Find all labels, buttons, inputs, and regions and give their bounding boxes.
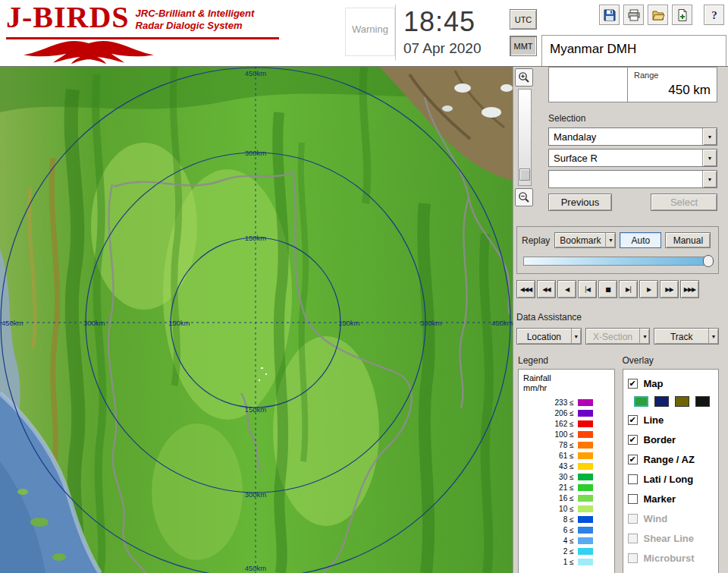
utc-button[interactable]: UTC [510, 9, 537, 30]
legend-overlay-section: Legend Rainfall mm/hr 233 ≤206 ≤162 ≤100… [518, 355, 719, 573]
overlay-item-line[interactable]: ✔Line [628, 410, 714, 430]
overlay-item-lati-long[interactable]: Lati / Long [628, 469, 714, 489]
logo-tagline: JRC-Brilliant & IntelligentRadar Dialogi… [136, 8, 255, 32]
legend-row: 4 ≤ [523, 535, 610, 546]
ring-label: 150km [338, 319, 360, 327]
track-button[interactable]: Track▼ [654, 328, 719, 345]
previous-button[interactable]: Previous [548, 194, 612, 211]
legend-row: 8 ≤ [523, 514, 610, 524]
microburst-checkbox[interactable] [628, 553, 638, 563]
option-dropdown[interactable]: ▼ [548, 170, 717, 188]
overlay-item-marker[interactable]: Marker [628, 489, 714, 508]
replay-timeline-slider[interactable] [523, 257, 712, 266]
auto-button[interactable]: Auto [620, 232, 661, 248]
legend-row: 16 ≤ [523, 493, 610, 503]
bookmark-button-label: Bookmark [555, 233, 605, 247]
overlay-item-microburst[interactable]: Microburst [628, 548, 714, 568]
site-dropdown[interactable]: Mandalay ▼ [548, 128, 717, 146]
range-box-left [549, 68, 628, 102]
border-checkbox[interactable]: ✔ [628, 435, 638, 445]
legend-color-swatch [578, 399, 593, 406]
clock: 18:45 07 Apr 2020 [395, 5, 505, 61]
map-color-swatch-2[interactable] [675, 396, 689, 407]
playback-controls: ◀◀◀◀◀◀|◀■▶|▶▶▶▶▶▶ [516, 280, 719, 298]
map-color-swatch-1[interactable] [654, 396, 669, 407]
mmt-button[interactable]: MMT [510, 36, 537, 56]
playback-rewind-button[interactable]: ◀◀ [537, 280, 556, 298]
legend-color-swatch [578, 495, 593, 502]
overlay-item-wind[interactable]: Wind [628, 508, 714, 528]
zoom-out-button[interactable] [515, 188, 533, 206]
range-box-right: Range 450 km [628, 68, 717, 102]
export-button[interactable] [672, 5, 692, 25]
magnifier-minus-icon [518, 191, 530, 203]
chevron-down-icon[interactable]: ▼ [702, 150, 717, 166]
legend-row: 162 ≤ [523, 418, 610, 429]
playback-step-back-button[interactable]: |◀ [578, 280, 597, 298]
help-button[interactable]: ? [704, 5, 724, 25]
replay-slider-thumb[interactable] [703, 255, 714, 267]
x-section-button: X-Section▼ [585, 328, 651, 345]
map-color-swatch-3[interactable] [695, 396, 710, 407]
overlay-item-label: Microburst [644, 553, 695, 564]
legend-row: 43 ≤ [523, 461, 610, 471]
playback-fast-forward-button[interactable]: ▶▶ [660, 280, 679, 298]
legend-box: Rainfall mm/hr 233 ≤206 ≤162 ≤100 ≤78 ≤6… [518, 369, 615, 573]
product-dropdown[interactable]: Surface R ▼ [548, 149, 717, 167]
radar-map[interactable]: 450km 300km 150km 150km 300km 450km 450k… [0, 67, 513, 573]
manual-button[interactable]: Manual [665, 232, 711, 248]
select-button[interactable]: Select [651, 194, 717, 211]
chevron-down-icon[interactable]: ▼ [702, 128, 717, 145]
range-value: 450 km [634, 83, 711, 98]
selection-section: Selection Mandalay ▼ Surface R ▼ ▼ Previ… [548, 113, 717, 211]
wind-checkbox[interactable] [628, 514, 638, 524]
playback-step-forward-button[interactable]: ▶| [619, 280, 638, 298]
chevron-down-icon: ▼ [639, 329, 649, 344]
playback-fast-forward-full-button[interactable]: ▶▶▶ [680, 280, 699, 298]
legend-row: 100 ≤ [523, 429, 610, 439]
legend-color-swatch [578, 537, 593, 544]
line-checkbox[interactable]: ✔ [628, 415, 638, 425]
location-button[interactable]: Location▼ [516, 328, 582, 345]
radar-map-area[interactable]: 450km 300km 150km 150km 300km 450km 450k… [0, 67, 513, 573]
legend-color-swatch [578, 484, 593, 491]
playback-rewind-full-button[interactable]: ◀◀◀ [516, 280, 535, 298]
save-button[interactable] [599, 5, 620, 25]
map-checkbox[interactable]: ✔ [628, 379, 638, 389]
chevron-down-icon[interactable]: ▼ [702, 171, 717, 187]
legend-color-swatch [578, 420, 593, 427]
overlay-item-border[interactable]: ✔Border [628, 430, 714, 449]
lati-long-checkbox[interactable] [628, 474, 638, 484]
open-icon [651, 8, 665, 22]
legend-value: 43 ≤ [559, 462, 573, 471]
shear-line-checkbox[interactable] [628, 534, 638, 543]
open-button[interactable] [648, 5, 668, 25]
range-az-checkbox[interactable]: ✔ [628, 455, 638, 464]
zoom-in-button[interactable] [515, 68, 533, 87]
map-color-swatch-0[interactable] [634, 396, 648, 407]
zoom-controls [515, 68, 535, 206]
zoom-slider[interactable] [518, 89, 532, 186]
playback-play-button[interactable]: ▶ [639, 280, 658, 298]
save-icon [603, 8, 617, 22]
site-dropdown-value: Mandalay [549, 128, 702, 145]
overlay-item-shear-line[interactable]: Shear Line [628, 528, 714, 548]
legend-value: 4 ≤ [563, 537, 574, 545]
zoom-slider-thumb[interactable] [519, 168, 530, 181]
print-button[interactable] [623, 5, 644, 25]
main: 450km 300km 150km 150km 300km 450km 450k… [0, 67, 728, 573]
legend-color-swatch [578, 527, 593, 534]
legend-color-swatch [578, 442, 593, 449]
print-icon [627, 8, 641, 22]
chevron-down-icon[interactable]: ▼ [605, 233, 615, 247]
overlay-item-map[interactable]: ✔Map [628, 373, 714, 393]
legend-value: 6 ≤ [563, 526, 574, 534]
legend-value: 162 ≤ [555, 420, 574, 428]
legend-value: 1 ≤ [563, 558, 574, 566]
overlay-item-range-az[interactable]: ✔Range / AZ [628, 449, 714, 469]
bookmark-button[interactable]: Bookmark ▼ [554, 232, 616, 248]
playback-play-reverse-button[interactable]: ◀ [557, 280, 576, 298]
warning-button[interactable]: Warning [345, 8, 395, 56]
playback-stop-button[interactable]: ■ [598, 280, 617, 298]
marker-checkbox[interactable] [628, 494, 638, 504]
